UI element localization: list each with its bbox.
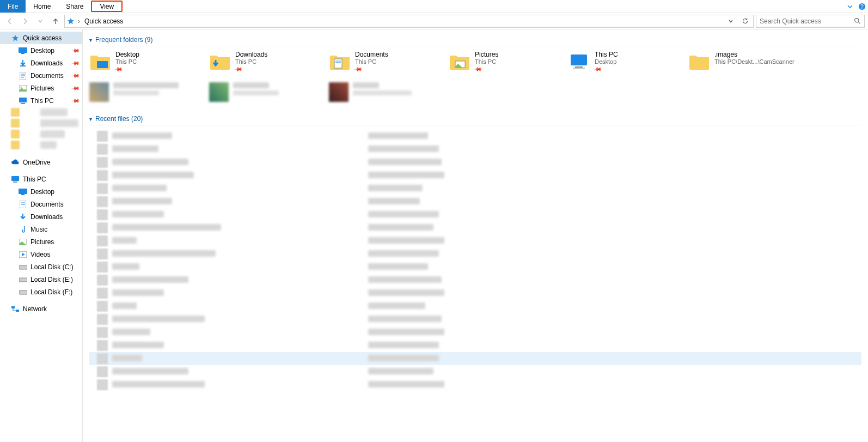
recent-file-row[interactable] <box>89 313 861 326</box>
recent-file-row[interactable] <box>89 143 861 156</box>
recent-file-row[interactable] <box>89 326 861 339</box>
quick-access-star-icon <box>67 17 75 25</box>
folder-sub: This PC\Deskt...\CamScanner <box>714 58 794 65</box>
help-icon[interactable]: ? <box>856 0 868 13</box>
recent-file-row[interactable] <box>89 300 861 313</box>
pin-icon: 📌 <box>71 71 80 80</box>
recent-file-row[interactable] <box>89 208 861 221</box>
address-bar[interactable]: › Quick access <box>64 15 754 28</box>
ribbon-collapse-icon[interactable] <box>844 0 856 13</box>
sidebar-item-redacted[interactable] <box>0 107 82 118</box>
sidebar-item-label: This PC <box>30 97 54 105</box>
tab-view[interactable]: View <box>91 1 123 12</box>
recent-file-row[interactable] <box>89 221 861 234</box>
sidebar-item-disk-f[interactable]: Local Disk (F:) <box>0 286 82 298</box>
recent-file-row[interactable] <box>89 182 861 195</box>
back-button[interactable] <box>3 15 16 28</box>
recent-file-row[interactable] <box>89 169 861 182</box>
recent-file-row[interactable] <box>89 247 861 261</box>
address-dropdown-icon[interactable] <box>725 19 737 24</box>
recent-file-row[interactable] <box>89 287 861 300</box>
sidebar-item-music[interactable]: Music <box>0 223 82 235</box>
sidebar-onedrive[interactable]: OneDrive <box>0 156 82 168</box>
frequent-folder-documents[interactable]: DocumentsThis PC📌 <box>329 51 449 77</box>
folder-name: Documents <box>355 51 388 58</box>
folder-icon <box>688 51 710 72</box>
frequent-folder-redacted[interactable] <box>329 82 449 102</box>
recent-locations-dropdown[interactable] <box>34 15 47 28</box>
file-icon <box>97 379 108 390</box>
tab-file[interactable]: File <box>0 0 26 13</box>
file-icon <box>97 366 108 377</box>
frequent-folder-desktop[interactable]: DesktopThis PC📌 <box>89 51 209 77</box>
recent-file-row[interactable] <box>89 274 861 287</box>
quick-access-star-icon <box>11 34 20 43</box>
sidebar-item-videos[interactable]: Videos <box>0 248 82 261</box>
frequent-folder-pictures[interactable]: PicturesThis PC📌 <box>449 51 569 77</box>
sidebar-item-pictures[interactable]: Pictures 📌 <box>0 82 82 94</box>
frequent-folder-images[interactable]: .imagesThis PC\Deskt...\CamScanner <box>688 51 808 77</box>
file-location-redacted <box>368 132 428 141</box>
file-icon <box>97 314 108 325</box>
sidebar-item-this-pc-pinned[interactable]: This PC 📌 <box>0 94 82 107</box>
tab-share[interactable]: Share <box>58 0 91 13</box>
navigation-pane: Quick access Desktop 📌 Downloads 📌 Docum… <box>0 29 83 442</box>
sidebar-quick-access[interactable]: Quick access <box>0 32 82 44</box>
pin-icon: 📌 <box>71 58 80 67</box>
recent-file-row[interactable] <box>89 378 861 391</box>
search-icon[interactable] <box>854 17 861 25</box>
sidebar-item-pictures[interactable]: Pictures <box>0 235 82 248</box>
sidebar-item-downloads[interactable]: Downloads <box>0 210 82 223</box>
sidebar-item-disk-e[interactable]: Local Disk (E:) <box>0 273 82 286</box>
file-name-redacted <box>112 316 368 324</box>
sidebar-item-label: Desktop <box>30 188 54 196</box>
file-location-redacted <box>368 185 423 193</box>
svg-rect-17 <box>11 176 19 181</box>
up-button[interactable] <box>49 15 62 28</box>
sidebar-item-documents[interactable]: Documents 📌 <box>0 69 82 82</box>
file-name-redacted <box>112 159 368 167</box>
svg-rect-20 <box>21 194 25 195</box>
sidebar-item-documents[interactable]: Documents <box>0 198 82 210</box>
downloads-icon <box>19 59 27 68</box>
sidebar-item-redacted[interactable] <box>0 129 82 140</box>
file-location-redacted <box>368 368 433 376</box>
sidebar-item-disk-c[interactable]: Local Disk (C:) <box>0 261 82 273</box>
sidebar-item-label: Downloads <box>30 59 63 67</box>
recent-file-row[interactable] <box>89 156 861 169</box>
forward-button[interactable] <box>19 15 32 28</box>
recent-file-row[interactable] <box>89 195 861 208</box>
recent-file-row[interactable] <box>89 130 861 143</box>
file-icon <box>97 222 108 233</box>
section-recent-files[interactable]: ▾ Recent files (20) <box>89 112 861 125</box>
refresh-icon[interactable] <box>739 17 751 25</box>
sidebar-this-pc[interactable]: This PC <box>0 173 82 185</box>
breadcrumb-location[interactable]: Quick access <box>83 17 124 25</box>
sidebar-item-downloads[interactable]: Downloads 📌 <box>0 57 82 69</box>
sidebar-item-desktop[interactable]: Desktop 📌 <box>0 44 82 57</box>
search-box[interactable] <box>756 15 865 28</box>
recent-file-row[interactable] <box>89 234 861 247</box>
recent-file-row[interactable] <box>89 261 861 274</box>
folder-desktop-icon <box>89 51 111 72</box>
search-input[interactable] <box>760 17 854 25</box>
frequent-folder-redacted[interactable] <box>89 82 209 102</box>
section-frequent-folders[interactable]: ▾ Frequent folders (9) <box>89 33 861 46</box>
svg-rect-18 <box>13 181 17 183</box>
frequent-folder-this-pc[interactable]: This PCDesktop📌 <box>569 51 688 77</box>
sidebar-item-redacted[interactable] <box>0 118 82 129</box>
file-icon <box>97 196 108 207</box>
sidebar-item-desktop[interactable]: Desktop <box>0 185 82 198</box>
svg-rect-7 <box>21 53 25 54</box>
svg-rect-37 <box>571 55 587 65</box>
tab-home[interactable]: Home <box>26 0 58 13</box>
recent-file-row[interactable] <box>89 339 861 352</box>
sidebar-item-redacted[interactable] <box>0 140 82 150</box>
file-name-redacted <box>112 381 368 389</box>
frequent-folder-redacted[interactable] <box>209 82 329 102</box>
frequent-folder-downloads[interactable]: DownloadsThis PC📌 <box>209 51 329 77</box>
recent-file-row[interactable] <box>89 365 861 378</box>
recent-file-row[interactable] <box>89 352 861 365</box>
sidebar-network[interactable]: Network <box>0 302 82 315</box>
svg-rect-27 <box>19 265 27 269</box>
